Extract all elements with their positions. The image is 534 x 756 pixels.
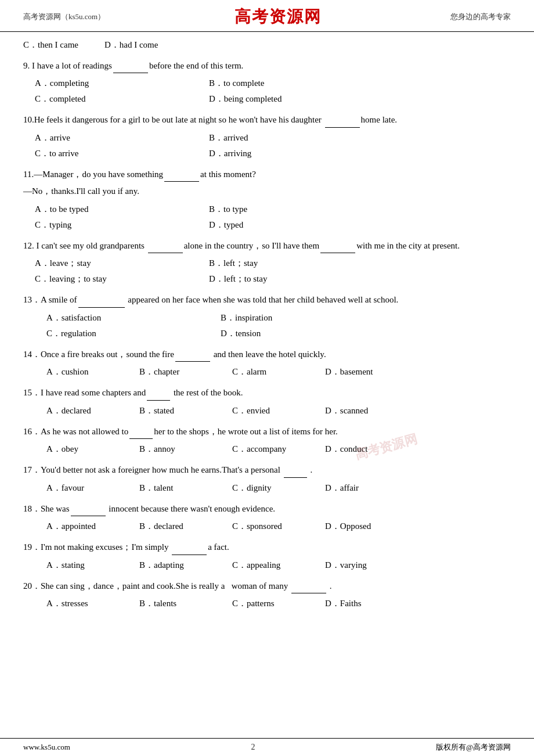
q18-opt-d: D．Opposed	[325, 519, 418, 534]
q15-opt-c: C．envied	[232, 403, 325, 419]
q20-opt-b: B．talents	[139, 596, 232, 611]
q18-text: 18．She was innocent because there wasn't…	[23, 502, 511, 517]
question-11: 11.—Manager，do you have somethingat this…	[23, 167, 511, 233]
q13-opt-b: B．inspiration	[221, 310, 395, 326]
q13-opt-c: C．regulation	[46, 326, 221, 341]
q20-options: A．stresses B．talents C．patterns D．Faiths	[46, 596, 511, 611]
q18-options: A．appointed B．declared C．sponsored D．Opp…	[46, 519, 511, 534]
cd-text: C．then I came D．had I come	[23, 38, 511, 53]
q20-opt-c: C．patterns	[232, 596, 325, 611]
q20-opt-d: D．Faiths	[325, 596, 418, 611]
q18-opt-a: A．appointed	[46, 519, 139, 534]
q10-text: 10.He feels it dangerous for a girl to b…	[23, 113, 511, 128]
q9-options: A．completing B．to complete C．completed D…	[35, 75, 511, 107]
q15-opt-b: B．stated	[139, 403, 232, 419]
cd-row: C．then I came D．had I come	[23, 38, 511, 53]
header-left: 高考资源网（ks5u.com）	[23, 12, 105, 22]
q10-opt-a: A．arrive	[35, 130, 209, 146]
question-19: 19．I'm not making excuses；I'm simply a f…	[23, 540, 511, 573]
page: 高考资源网（ks5u.com） 高考资源网 您身边的高考专家 C．then I …	[0, 0, 534, 756]
q11-opt-c: C．typing	[35, 217, 209, 233]
q14-opt-b: B．chapter	[139, 364, 232, 380]
q19-text: 19．I'm not making excuses；I'm simply a f…	[23, 540, 511, 555]
footer-right: 版权所有@高考资源网	[436, 742, 511, 753]
question-16: 16．As he was not allowed toher to the sh…	[23, 424, 511, 458]
q9-opt-a: A．completing	[35, 75, 209, 91]
page-footer: www.ks5u.com 2 版权所有@高考资源网	[0, 738, 534, 756]
q17-opt-a: A．favour	[46, 480, 139, 496]
q11-opt-b: B．to type	[209, 201, 383, 217]
q12-opt-a: A．leave；stay	[35, 255, 209, 271]
q19-opt-d: D．varying	[325, 557, 418, 573]
q14-opt-c: C．alarm	[232, 364, 325, 380]
q14-options: A．cushion B．chapter C．alarm D．basement	[46, 364, 511, 380]
footer-page-number: 2	[251, 743, 255, 752]
q18-opt-c: C．sponsored	[232, 519, 325, 534]
content-area: C．then I came D．had I come 9. I have a l…	[0, 32, 534, 629]
q12-text: 12. I can't see my old grandparents alon…	[23, 239, 511, 254]
question-12: 12. I can't see my old grandparents alon…	[23, 239, 511, 287]
header-center: 高考资源网	[234, 6, 322, 28]
q10-options: A．arrive B．arrived C．to arrive D．arrivin…	[35, 130, 511, 161]
q14-text: 14．Once a fire breaks out，sound the fire…	[23, 347, 511, 362]
q17-opt-c: C．dignity	[232, 480, 325, 496]
q14-opt-a: A．cushion	[46, 364, 139, 380]
q11-text2: —No，thanks.I'll call you if any.	[23, 184, 511, 199]
q16-opt-c: C．accompany	[232, 441, 325, 457]
page-header: 高考资源网（ks5u.com） 高考资源网 您身边的高考专家	[0, 0, 534, 32]
q17-opt-b: B．talent	[139, 480, 232, 496]
q17-options: A．favour B．talent C．dignity D．affair	[46, 480, 511, 496]
q9-opt-c: C．completed	[35, 91, 209, 107]
header-right: 您身边的高考专家	[450, 12, 511, 22]
q20-opt-a: A．stresses	[46, 596, 139, 611]
q17-text: 17．You'd better not ask a foreigner how …	[23, 463, 511, 478]
q11-opt-d: D．typed	[209, 217, 383, 233]
q15-options: A．declared B．stated C．envied D．scanned	[46, 403, 511, 419]
q16-opt-a: A．obey	[46, 441, 139, 457]
q16-text: 16．As he was not allowed toher to the sh…	[23, 424, 511, 440]
question-9: 9. I have a lot of readingsbefore the en…	[23, 59, 511, 107]
q9-text: 9. I have a lot of readingsbefore the en…	[23, 59, 511, 74]
q13-text: 13．A smile of appeared on her face when …	[23, 293, 511, 308]
question-17: 17．You'd better not ask a foreigner how …	[23, 463, 511, 496]
q10-opt-c: C．to arrive	[35, 146, 209, 161]
q11-text1: 11.—Manager，do you have somethingat this…	[23, 167, 511, 182]
q16-opt-b: B．annoy	[139, 441, 232, 457]
q14-opt-d: D．basement	[325, 364, 418, 380]
q9-opt-b: B．to complete	[209, 75, 383, 91]
q12-opt-b: B．left；stay	[209, 255, 383, 271]
q15-text: 15．I have read some chapters and the res…	[23, 386, 511, 401]
q12-opt-c: C．leaving；to stay	[35, 271, 209, 287]
q10-opt-d: D．arriving	[209, 146, 383, 161]
q13-options: A．satisfaction B．inspiration C．regulatio…	[46, 310, 511, 341]
q12-options: A．leave；stay B．left；stay C．leaving；to st…	[35, 255, 511, 287]
q16-options: A．obey B．annoy C．accompany D．conduct	[46, 441, 511, 457]
q11-opt-a: A．to be typed	[35, 201, 209, 217]
q10-opt-b: B．arrived	[209, 130, 383, 146]
q19-opt-b: B．adapting	[139, 557, 232, 573]
question-18: 18．She was innocent because there wasn't…	[23, 502, 511, 535]
q19-opt-a: A．stating	[46, 557, 139, 573]
question-20: 20．She can sing，dance，paint and cook.She…	[23, 579, 511, 612]
q19-opt-c: C．appealing	[232, 557, 325, 573]
question-14: 14．Once a fire breaks out，sound the fire…	[23, 347, 511, 380]
q13-opt-a: A．satisfaction	[46, 310, 221, 326]
q19-options: A．stating B．adapting C．appealing D．varyi…	[46, 557, 511, 573]
q15-opt-d: D．scanned	[325, 403, 418, 419]
q20-text: 20．She can sing，dance，paint and cook.She…	[23, 579, 511, 594]
q13-opt-d: D．tension	[221, 326, 395, 341]
q11-options: A．to be typed B．to type C．typing D．typed	[35, 201, 511, 233]
q12-opt-d: D．left；to stay	[209, 271, 383, 287]
q9-opt-d: D．being completed	[209, 91, 383, 107]
question-13: 13．A smile of appeared on her face when …	[23, 293, 511, 341]
q18-opt-b: B．declared	[139, 519, 232, 534]
q15-opt-a: A．declared	[46, 403, 139, 419]
q16-opt-d: D．conduct	[325, 441, 418, 457]
question-15: 15．I have read some chapters and the res…	[23, 386, 511, 419]
footer-left: www.ks5u.com	[23, 743, 70, 752]
q17-opt-d: D．affair	[325, 480, 418, 496]
question-10: 10.He feels it dangerous for a girl to b…	[23, 113, 511, 161]
